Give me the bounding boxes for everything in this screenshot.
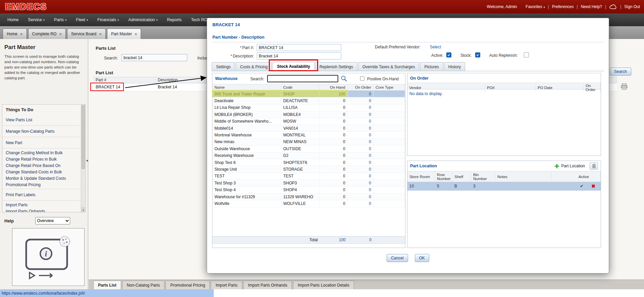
- nav-item-service[interactable]: Service▾: [23, 13, 49, 26]
- vendor-select-link[interactable]: Select: [430, 45, 441, 49]
- column-header-bin-number[interactable]: Bin Number: [471, 171, 495, 182]
- search-button[interactable]: Search: [610, 68, 631, 76]
- bottom-tab-promotional-pricing[interactable]: Promotional Pricing: [165, 281, 210, 289]
- warehouse-row[interactable]: MOBILE4 (BROKER)MOBILE400: [212, 111, 405, 118]
- auto-replenish-checkbox[interactable]: [524, 52, 529, 57]
- cloud-icon[interactable]: [609, 4, 617, 9]
- todo-link-print-part-labels[interactable]: Print Part Labels: [2, 191, 81, 199]
- delete-row-icon[interactable]: ✖: [591, 183, 595, 189]
- preferences-link[interactable]: Preferences: [552, 4, 574, 9]
- warehouse-row[interactable]: Warehouse for #1132911329 WAREHO00: [212, 194, 405, 200]
- nav-item-reports[interactable]: Reports: [162, 13, 187, 26]
- search-icon[interactable]: [341, 75, 347, 83]
- column-header-notes[interactable]: Notes: [495, 171, 552, 182]
- todo-link-change-costing-method-in-bulk[interactable]: Change Costing Method In Bulk: [2, 150, 81, 156]
- bottom-tab-parts-list[interactable]: Parts List: [93, 281, 121, 289]
- warehouse-row[interactable]: Middle of Somewhere Wareho...MOSW00: [212, 118, 405, 125]
- warehouse-row[interactable]: Test Shop 4SHOP400: [212, 186, 405, 193]
- stock-checkbox[interactable]: [475, 52, 480, 57]
- modal-tab-costs-pricing[interactable]: Costs & Pricing: [236, 62, 272, 71]
- bottom-tab-import-parts-onhands[interactable]: Import Parts Onhands: [243, 281, 292, 289]
- warehouse-row[interactable]: Lil Lisa Repair ShopLILLISA00: [212, 104, 405, 111]
- todo-link-change-standard-costs-in-bulk[interactable]: Change Standard Costs in Bulk: [2, 169, 81, 175]
- add-part-location-button[interactable]: Part Location: [555, 164, 585, 168]
- todo-link-manage-non-catalog-parts[interactable]: Manage Non-Catalog Parts: [2, 127, 81, 135]
- need-help-link[interactable]: Need Help?: [581, 4, 602, 9]
- close-icon[interactable]: ×: [135, 32, 137, 36]
- nav-item-parts[interactable]: Parts▾: [49, 13, 71, 26]
- delete-part-location-button[interactable]: [590, 162, 598, 170]
- warehouse-row[interactable]: Test Shop 3SHOP300: [212, 180, 405, 186]
- column-header-name[interactable]: Name: [212, 84, 281, 90]
- nav-item-fleet[interactable]: Fleet▾: [71, 13, 93, 26]
- sidebar-collapse-arrow-icon[interactable]: ◄: [85, 159, 89, 162]
- warehouse-row[interactable]: Storage UnitSTORAGE00: [212, 166, 405, 173]
- column-header-vendor[interactable]: Vendor: [407, 83, 485, 92]
- column-header-on-hand[interactable]: On Hand: [320, 84, 348, 90]
- warehouse-row[interactable]: TESTTEST00: [212, 173, 405, 180]
- warehouse-row[interactable]: 905 Truck and Trailer RepairSHOP1000: [212, 91, 405, 97]
- help-topic-select[interactable]: Overview: [35, 217, 70, 224]
- part-number-field[interactable]: [257, 44, 341, 51]
- column-header-on-order[interactable]: On Order: [584, 83, 601, 92]
- column-header-po[interactable]: PO#: [485, 83, 536, 92]
- doc-tab-service-board[interactable]: Service Board×: [67, 29, 106, 39]
- column-header-store-room[interactable]: Store Room: [407, 171, 435, 182]
- column-header-core-type[interactable]: Core Type: [374, 84, 405, 90]
- column-header-row-number[interactable]: Row Number: [435, 171, 452, 182]
- positive-onhand-checkbox[interactable]: [360, 76, 364, 81]
- warehouse-row[interactable]: Shop Test 6SHOPTEST600: [212, 159, 405, 166]
- ok-button[interactable]: OK: [415, 254, 429, 262]
- parts-search-input[interactable]: [121, 54, 187, 61]
- warehouse-row[interactable]: Outside WarehouseOUTSIDE00: [212, 145, 405, 152]
- scrollbar-thumb[interactable]: [82, 105, 85, 169]
- scrollbar[interactable]: ▼: [81, 104, 85, 212]
- todo-link-change-retail-prices-in-bulk[interactable]: Change Retail Prices in Bulk: [2, 156, 81, 162]
- scroll-down-arrow-icon[interactable]: ▼: [81, 208, 85, 212]
- warehouse-row[interactable]: WolfvilleWOLFVILLE00: [212, 200, 405, 207]
- modal-tab-stock-availability[interactable]: Stock Availability: [273, 62, 314, 71]
- warehouse-row[interactable]: New minasNEW MINAS00: [212, 139, 405, 145]
- doc-tab-home[interactable]: Home×: [3, 29, 27, 39]
- modal-tab-override-taxes-surcharges[interactable]: Override Taxes & Surcharges: [358, 62, 419, 71]
- todo-link-import-parts[interactable]: Import Parts: [2, 202, 81, 208]
- nav-item-home[interactable]: Home: [3, 13, 23, 26]
- cancel-button[interactable]: Cancel: [387, 254, 408, 262]
- column-header-po-date[interactable]: PO Date: [536, 83, 584, 92]
- todo-link-promotional-pricing[interactable]: Promotional Pricing: [2, 181, 81, 188]
- close-icon[interactable]: ×: [59, 32, 62, 36]
- todo-link-new-part[interactable]: New Part: [2, 139, 81, 146]
- part-location-row[interactable]: 105B3✔✖: [407, 182, 601, 190]
- column-header-code[interactable]: Code: [281, 84, 320, 90]
- modal-tab-history[interactable]: History: [444, 62, 465, 71]
- nav-item-financials[interactable]: Financials▾: [93, 13, 123, 26]
- favorites-menu[interactable]: Favorites▾: [526, 4, 545, 9]
- warehouse-row[interactable]: DeactivateDEACTIVATE00: [212, 97, 405, 104]
- todo-link-change-retail-price-based-on[interactable]: Change Retail Price Based On: [2, 162, 81, 169]
- bottom-tab-import-parts[interactable]: Import Parts: [211, 281, 242, 289]
- warehouse-row[interactable]: Mobile014VAN01400: [212, 125, 405, 132]
- active-checkbox[interactable]: [446, 52, 451, 57]
- sign-out-link[interactable]: Sign Out: [624, 4, 640, 9]
- warehouse-row[interactable]: Montreal WarehouseMONTREAL00: [212, 132, 405, 138]
- description-field[interactable]: [257, 52, 341, 59]
- doc-tab-complete-ro[interactable]: Complete RO×: [28, 29, 66, 39]
- todo-link-monitor-update-standard-costs[interactable]: Monitor & Update Standard Costs: [2, 175, 81, 181]
- bottom-tab-non-catalog-parts[interactable]: Non-Catalog Parts: [122, 281, 165, 289]
- modal-tab-pictures[interactable]: Pictures: [420, 62, 443, 71]
- warehouse-row[interactable]: Receiving WarehouseD200: [212, 153, 405, 159]
- column-header-shelf[interactable]: Shelf: [452, 171, 471, 182]
- column-header-part-number[interactable]: Part #: [93, 77, 155, 83]
- bottom-tab-import-parts-location-details[interactable]: Import Parts Location Details: [293, 281, 354, 289]
- doc-tab-part-master[interactable]: Part Master×: [107, 29, 141, 39]
- nav-item-administration[interactable]: Administration▾: [123, 13, 162, 26]
- close-icon[interactable]: ×: [20, 32, 23, 36]
- todo-link-view-parts-list[interactable]: View Parts List: [2, 116, 81, 124]
- modal-tab-settings[interactable]: Settings: [212, 62, 235, 71]
- printer-icon[interactable]: [621, 83, 628, 91]
- modal-tab-replenish-settings[interactable]: Replenish Settings: [315, 62, 357, 71]
- column-header-active[interactable]: Active: [552, 171, 601, 182]
- warehouse-search-input[interactable]: [267, 75, 338, 82]
- column-header-on-order[interactable]: On Order: [348, 84, 374, 90]
- todo-link-import-parts-onhands[interactable]: Import Parts Onhands: [2, 208, 81, 212]
